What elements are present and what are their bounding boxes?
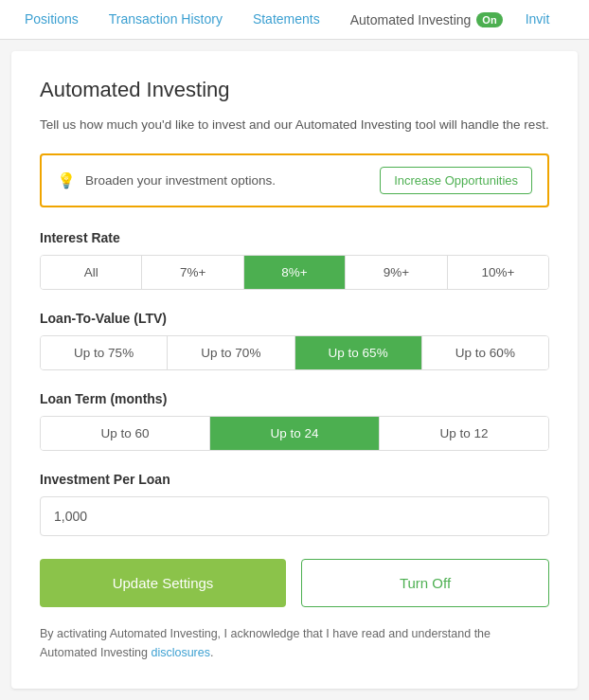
page-description: Tell us how much you'd like to invest an…	[40, 116, 549, 135]
tab-statements[interactable]: Statements	[238, 0, 335, 40]
investment-per-loan-label: Investment Per Loan	[40, 472, 549, 487]
footer-text: By activating Automated Investing, I ack…	[40, 624, 549, 662]
main-content: Automated Investing Tell us how much you…	[11, 51, 578, 689]
page-title: Automated Investing	[40, 78, 549, 102]
tab-positions[interactable]: Positions	[9, 0, 94, 40]
ltv-60[interactable]: Up to 60%	[422, 336, 548, 369]
loan-term-group: Up to 60 Up to 24 Up to 12	[40, 416, 549, 451]
tab-bar: Positions Transaction History Statements…	[0, 0, 589, 40]
ltv-label: Loan-To-Value (LTV)	[40, 311, 549, 326]
bulb-icon: 💡	[57, 171, 76, 189]
ltv-65[interactable]: Up to 65%	[295, 336, 422, 369]
ltv-group: Up to 75% Up to 70% Up to 65% Up to 60%	[40, 335, 549, 370]
action-row: Update Settings Turn Off	[40, 559, 549, 607]
footer-text-before: By activating Automated Investing, I ack…	[40, 627, 491, 659]
interest-rate-8pct[interactable]: 8%+	[244, 256, 346, 289]
tab-automated-investing[interactable]: Automated Investing On	[335, 1, 518, 39]
update-settings-button[interactable]: Update Settings	[40, 559, 286, 607]
investment-per-loan-input[interactable]	[40, 496, 549, 536]
promo-left: 💡 Broaden your investment options.	[57, 171, 276, 189]
automated-investing-badge: On	[476, 12, 502, 27]
interest-rate-all[interactable]: All	[41, 256, 142, 289]
loan-term-24[interactable]: Up to 24	[210, 417, 380, 450]
footer-text-after: .	[210, 646, 213, 659]
loan-term-label: Loan Term (months)	[40, 391, 549, 406]
tab-automated-investing-label: Automated Investing	[350, 12, 472, 27]
disclosures-link[interactable]: disclosures	[151, 646, 210, 659]
promo-text: Broaden your investment options.	[85, 173, 276, 188]
loan-term-60[interactable]: Up to 60	[41, 417, 210, 450]
interest-rate-group: All 7%+ 8%+ 9%+ 10%+	[40, 255, 549, 290]
tab-invite[interactable]: Invit	[518, 0, 558, 40]
increase-opportunities-button[interactable]: Increase Opportunities	[380, 167, 532, 194]
interest-rate-label: Interest Rate	[40, 230, 549, 245]
ltv-70[interactable]: Up to 70%	[168, 336, 294, 369]
interest-rate-10pct[interactable]: 10%+	[448, 256, 548, 289]
turn-off-button[interactable]: Turn Off	[301, 559, 549, 607]
loan-term-12[interactable]: Up to 12	[380, 417, 548, 450]
promo-box: 💡 Broaden your investment options. Incre…	[40, 153, 549, 207]
interest-rate-9pct[interactable]: 9%+	[346, 256, 447, 289]
ltv-75[interactable]: Up to 75%	[41, 336, 168, 369]
interest-rate-7pct[interactable]: 7%+	[142, 256, 243, 289]
tab-transaction-history[interactable]: Transaction History	[94, 0, 238, 40]
